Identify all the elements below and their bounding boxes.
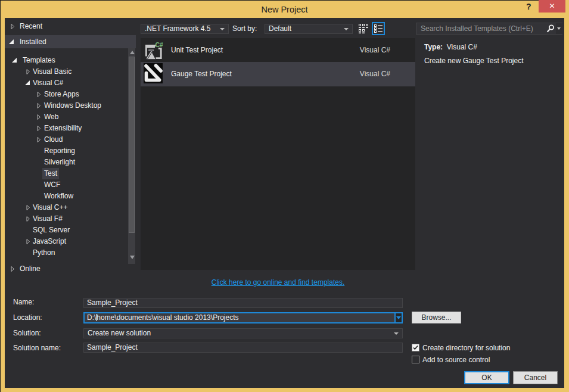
svg-text:C#: C# bbox=[156, 41, 163, 48]
